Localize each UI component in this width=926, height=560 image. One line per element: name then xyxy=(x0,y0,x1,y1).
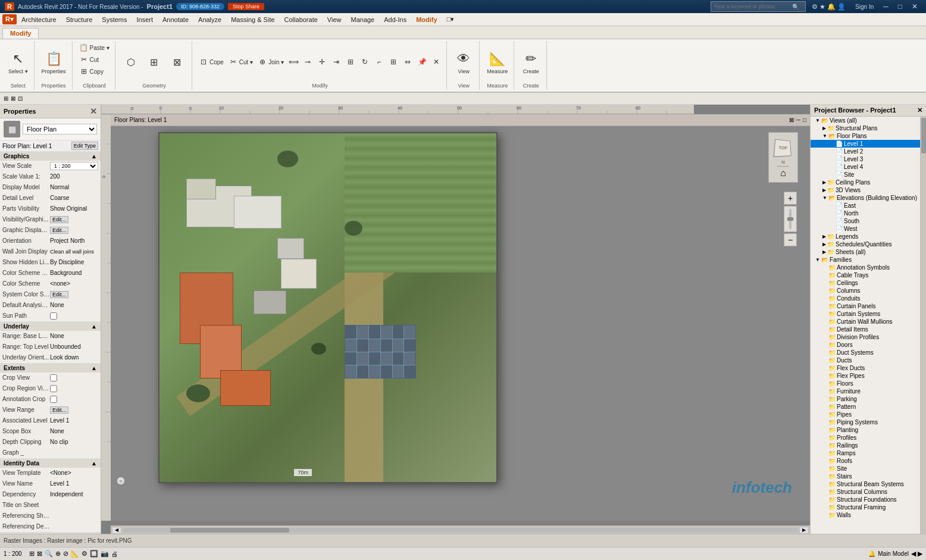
menu-structure[interactable]: Structure xyxy=(61,15,98,24)
tree-item-floor_plans[interactable]: ▼📂Floor Plans xyxy=(811,132,920,140)
nav-icon2[interactable]: ⊠ xyxy=(11,95,15,102)
tree-item-floors[interactable]: 📁Floors xyxy=(811,380,920,387)
tree-expand-icon[interactable]: ▼ xyxy=(822,133,827,139)
tree-item-south[interactable]: 📄South xyxy=(811,217,920,225)
floor-plan-satellite[interactable]: 70m xyxy=(158,132,498,483)
menu-revit[interactable]: R▾ xyxy=(2,14,17,24)
tree-item-schedulesquantities[interactable]: ▶📁Schedules/Quantities xyxy=(811,240,920,248)
tree-item-level_2[interactable]: 📄Level 2 xyxy=(811,148,920,155)
nav-icon1[interactable]: ⊞ xyxy=(4,95,8,102)
tree-item-level_1[interactable]: 📄Level 1 xyxy=(811,140,920,148)
model-status-icon[interactable]: 🔔 xyxy=(868,550,875,557)
prop-type-select[interactable]: Floor Plan xyxy=(23,124,97,134)
search-bar[interactable]: 🔍 xyxy=(711,1,806,12)
ribbon-btn-cut[interactable]: ✂ Cut xyxy=(77,54,101,65)
ribbon-btn-create[interactable]: ✏ Create xyxy=(519,48,543,76)
ribbon-btn-geometry1[interactable]: ⬡ xyxy=(120,54,142,70)
ribbon-btn-geometry3[interactable]: ⊠ xyxy=(167,54,188,70)
browser-scroll-thumb[interactable] xyxy=(921,118,926,154)
ribbon-btn-cut-mod[interactable]: ✂ Cut ▾ xyxy=(227,57,255,67)
maximize-btn[interactable]: □ xyxy=(894,2,906,11)
ribbon-btn-trim[interactable]: ⌐ xyxy=(373,57,386,67)
ribbon-btn-measure[interactable]: 📐 Measure xyxy=(484,48,510,76)
minimize-btn[interactable]: ─ xyxy=(880,2,892,11)
edit-type-btn[interactable]: Edit Type xyxy=(71,142,98,150)
tree-item-railings[interactable]: 📁Railings xyxy=(811,442,920,449)
tree-expand-icon[interactable]: ▶ xyxy=(822,242,826,247)
tree-expand-icon[interactable]: ▶ xyxy=(822,126,826,131)
tree-item-east[interactable]: 📄East xyxy=(811,202,920,209)
canvas-area[interactable]: -5 0 5 10 20 30 40 50 60 70 xyxy=(101,105,810,534)
close-btn[interactable]: ✕ xyxy=(908,2,921,11)
menu-addins[interactable]: Add-Ins xyxy=(379,15,411,24)
ribbon-btn-align[interactable]: ⟺ xyxy=(287,57,300,67)
tree-item-stairs[interactable]: 📁Stairs xyxy=(811,473,920,480)
tree-item-division_profiles[interactable]: 📁Division Profiles xyxy=(811,333,920,341)
view-range-edit-btn[interactable]: Edit... xyxy=(50,406,68,414)
prop-section-phasing-header[interactable]: Phasing ▲ xyxy=(0,533,101,534)
scroll-left-btn[interactable]: ◀ xyxy=(112,527,121,534)
view-minimize-btn[interactable]: ─ xyxy=(796,117,800,123)
ribbon-btn-geometry2[interactable]: ⊞ xyxy=(143,54,165,70)
menu-modify[interactable]: Modify xyxy=(411,15,442,24)
tree-item-structural_beam_systems[interactable]: 📁Structural Beam Systems xyxy=(811,480,920,488)
ribbon-btn-select[interactable]: ↖ Select ▾ xyxy=(6,48,30,76)
tree-item-curtain_systems[interactable]: 📁Curtain Systems xyxy=(811,310,920,318)
menu-analyze[interactable]: Analyze xyxy=(193,15,226,24)
tree-item-structural_columns[interactable]: 📁Structural Columns xyxy=(811,488,920,496)
tree-item-north[interactable]: 📄North xyxy=(811,209,920,217)
tree-item-columns[interactable]: 📁Columns xyxy=(811,287,920,295)
annotation-crop-checkbox[interactable] xyxy=(50,396,57,403)
bottom-icon-4[interactable]: ⊕ xyxy=(55,550,61,558)
tree-expand-icon[interactable]: ▼ xyxy=(822,195,827,201)
nav-icon3[interactable]: ⊡ xyxy=(18,95,23,102)
tree-item-site[interactable]: 📁Site xyxy=(811,465,920,473)
tree-expand-icon[interactable]: ▶ xyxy=(822,249,826,255)
tree-item-structural_plans[interactable]: ▶📁Structural Plans xyxy=(811,124,920,132)
nav-cube-3d[interactable]: TOP xyxy=(772,137,794,158)
menu-insert[interactable]: Insert xyxy=(132,15,158,24)
ribbon-btn-delete[interactable]: ✕ xyxy=(430,57,443,67)
tree-item-views_all[interactable]: ▼📂Views (all) xyxy=(811,117,920,124)
bottom-nav-icons[interactable]: ◀ ▶ xyxy=(911,550,922,558)
sign-in-btn[interactable]: Sign In xyxy=(852,2,877,11)
tree-item-curtain_panels[interactable]: 📁Curtain Panels xyxy=(811,302,920,310)
crop-region-vis-checkbox[interactable] xyxy=(50,385,57,392)
scroll-right-btn[interactable]: ▶ xyxy=(799,527,809,534)
nav-home-btn[interactable]: ⌂ xyxy=(780,168,786,179)
menu-architecture[interactable]: Architecture xyxy=(17,15,61,24)
tree-item-detail_items[interactable]: 📁Detail Items xyxy=(811,326,920,333)
tree-item-ceiling_plans[interactable]: ▶📁Ceiling Plans xyxy=(811,179,920,186)
tree-item-walls[interactable]: 📁Walls xyxy=(811,511,920,519)
ribbon-btn-view[interactable]: 👁 View xyxy=(452,48,475,76)
menu-panel-toggle[interactable]: □▾ xyxy=(442,14,459,24)
tree-expand-icon[interactable]: ▶ xyxy=(822,180,826,185)
ribbon-btn-cope[interactable]: ⊡ Cope xyxy=(197,57,226,67)
crop-view-checkbox[interactable] xyxy=(50,374,57,381)
prop-section-extents-header[interactable]: Extents ▲ xyxy=(0,364,101,373)
ribbon-btn-mirror[interactable]: ⇔ xyxy=(401,57,414,67)
zoom-in-btn[interactable]: + xyxy=(784,192,797,205)
tree-expand-icon[interactable]: ▶ xyxy=(822,234,826,239)
tree-item-elevations_building_elevation[interactable]: ▼📂Elevations (Building Elevation) xyxy=(811,194,920,202)
sun-path-checkbox[interactable] xyxy=(50,312,57,320)
tree-item-ceilings[interactable]: 📁Ceilings xyxy=(811,279,920,287)
bottom-icon-9[interactable]: 📷 xyxy=(101,550,109,558)
tree-item-roofs[interactable]: 📁Roofs xyxy=(811,457,920,465)
bottom-icon-10[interactable]: 🖨 xyxy=(111,550,118,558)
browser-close-btn[interactable]: ✕ xyxy=(917,107,922,114)
tree-item-curtain_wall_mullions[interactable]: 📁Curtain Wall Mullions xyxy=(811,318,920,326)
stop-share-btn[interactable]: Stop Share xyxy=(228,3,264,10)
tree-item-pipes[interactable]: 📁Pipes xyxy=(811,411,920,418)
view-scale-select[interactable]: 1 : 200 xyxy=(50,162,98,170)
menu-view[interactable]: View xyxy=(323,15,346,24)
tab-modify[interactable]: Modify xyxy=(2,28,39,39)
bottom-icon-2[interactable]: ⊠ xyxy=(37,550,42,558)
properties-close-btn[interactable]: ✕ xyxy=(90,107,97,116)
system-color-edit-btn[interactable]: Edit... xyxy=(50,291,68,298)
search-input[interactable] xyxy=(714,4,789,10)
scrollbar-horizontal[interactable]: ◀ ▶ xyxy=(111,525,810,534)
tree-item-parking[interactable]: 📁Parking xyxy=(811,395,920,403)
visibility-edit-btn[interactable]: Edit... xyxy=(50,216,68,223)
tree-item-pattern[interactable]: 📁Pattern xyxy=(811,403,920,411)
